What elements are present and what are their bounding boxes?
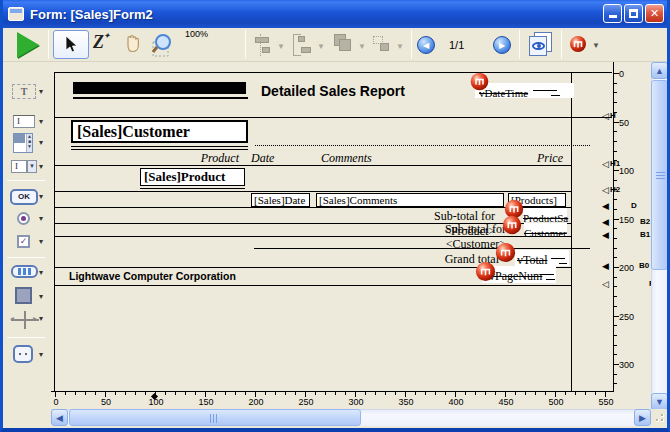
next-page-button[interactable]: ▶ (493, 36, 511, 54)
tabbar-tool[interactable] (11, 265, 38, 278)
highlight-button-tool[interactable] (13, 345, 33, 363)
column-header-date[interactable]: Date (251, 151, 274, 166)
products-field[interactable]: [Products] (508, 193, 566, 207)
radio-tool-dropdown-arrow[interactable]: ▾ (39, 214, 43, 223)
pointer-tool-button[interactable] (53, 30, 89, 59)
maximize-button[interactable] (624, 4, 643, 23)
zoom-bar-1[interactable] (185, 77, 193, 88)
vtotal-variable[interactable]: vTotal (515, 250, 569, 266)
run-form-button[interactable] (17, 32, 39, 58)
report-title[interactable]: Detailed Sales Report (261, 83, 405, 99)
footer-company-label[interactable]: Lightwave Computer Corporation (69, 270, 236, 282)
section-marker-h2[interactable]: ◁ (602, 185, 609, 195)
column-header-product[interactable]: Product (179, 151, 239, 166)
product-underline[interactable] (140, 188, 245, 189)
break1-section-line[interactable] (55, 236, 571, 237)
method-dropdown-arrow[interactable]: ▼ (592, 41, 600, 50)
section-marker-b2[interactable]: ◀ (602, 217, 609, 227)
product-field[interactable]: [Sales]Product (140, 168, 245, 186)
zoom-tool-button[interactable] (150, 33, 176, 63)
resize-grip[interactable] (651, 409, 668, 426)
text-tool-dropdown-arrow[interactable]: ▾ (39, 87, 43, 96)
scroll-down-button[interactable]: ▼ (651, 393, 668, 410)
detail-section-line[interactable] (55, 207, 571, 208)
grand-total-rule[interactable] (254, 248, 590, 249)
section-marker-label-b0[interactable]: B0 (639, 261, 649, 271)
rectangle-tool-dropdown-arrow[interactable]: ▾ (39, 292, 43, 301)
combobox-tool[interactable]: I ▼ (11, 160, 41, 174)
object-method-icon[interactable] (470, 72, 489, 91)
scroll-right-button[interactable]: ▶ (634, 409, 651, 426)
resize-tools-button[interactable]: ▼ (371, 34, 403, 56)
footer-section-line[interactable] (55, 285, 571, 286)
zoom-bar-2-selected[interactable] (196, 74, 204, 88)
section-marker-b0[interactable]: ◀ (602, 261, 609, 271)
customer-underline-2[interactable] (71, 149, 248, 150)
section-marker-label-h2[interactable]: H2 (610, 185, 620, 195)
vertical-scroll-thumb[interactable] (651, 80, 668, 270)
section-marker-b1[interactable]: ◀ (602, 230, 609, 240)
radio-tool[interactable] (17, 212, 30, 225)
checkbox-tool[interactable]: ✓ (17, 235, 30, 248)
button-tool-dropdown-arrow[interactable]: ▾ (39, 192, 43, 201)
highlight-tool-dropdown-arrow[interactable]: ▾ (39, 350, 43, 359)
button-tool[interactable]: OK (10, 189, 38, 205)
horizontal-scroll-thumb[interactable] (69, 409, 361, 426)
zoom-bars-control[interactable]: ▴ (183, 38, 243, 88)
resize-dropdown-arrow[interactable]: ▼ (396, 42, 404, 51)
hand-tool-button[interactable] (121, 32, 145, 60)
customer-field[interactable]: [Sales]Customer (71, 120, 248, 143)
object-method-icon[interactable] (495, 242, 516, 263)
tabbar-tool-dropdown-arrow[interactable]: ▾ (39, 268, 43, 277)
combobox-tool-dropdown-arrow[interactable]: ▾ (39, 162, 43, 171)
section-marker-f[interactable]: ◁ (602, 279, 609, 289)
splitter-tool[interactable]: ◂ ▸ (11, 311, 39, 329)
break0-section-line[interactable] (55, 267, 571, 268)
break-header1-line[interactable] (55, 165, 571, 166)
layers-dropdown-arrow[interactable]: ▼ (358, 42, 366, 51)
break2-section-line[interactable] (55, 223, 571, 224)
section-marker-label-h1[interactable]: H1 (610, 159, 620, 169)
section-marker-h[interactable]: ◁ (602, 111, 609, 121)
rectangle-tool[interactable] (15, 287, 32, 304)
text-tool[interactable]: T (12, 84, 36, 99)
zoom-bar-5[interactable] (229, 65, 237, 88)
distribute-dropdown-arrow[interactable]: ▼ (317, 42, 325, 51)
header-section-line[interactable] (55, 117, 612, 118)
preview-button[interactable] (526, 31, 556, 59)
product-sales-variable[interactable]: ProductSa (523, 208, 567, 222)
field-tool-dropdown-arrow[interactable]: ▾ (39, 117, 43, 126)
comments-field[interactable]: [Sales]Comments (316, 193, 504, 207)
customer-underline-1[interactable] (71, 146, 248, 147)
vdatetime-variable[interactable]: vDateTime (475, 83, 574, 98)
column-header-comments[interactable]: Comments (321, 151, 372, 166)
layer-tools-button[interactable]: ▼ (331, 33, 365, 57)
section-marker-d[interactable]: ◀ (602, 201, 609, 211)
form-right-boundary[interactable] (571, 72, 572, 392)
listbox-tool[interactable]: ▲■▼ (13, 133, 33, 153)
customer-total-variable[interactable]: Customer (524, 223, 567, 236)
distribute-tools-button[interactable]: ▼ (291, 34, 323, 56)
zigzag-tool-button[interactable]: Z✦ (93, 32, 110, 53)
align-dropdown-arrow[interactable]: ▼ (277, 42, 285, 51)
object-method-icon[interactable] (475, 261, 496, 282)
section-marker-label-d[interactable]: D (631, 201, 637, 211)
break-header2-line[interactable] (55, 191, 571, 192)
close-button[interactable]: ✕ (645, 4, 664, 23)
vpagenum-variable[interactable]: vPageNum (482, 266, 556, 283)
splitter-tool-dropdown-arrow[interactable]: ▾ (39, 314, 43, 323)
column-header-price[interactable]: Price (521, 151, 563, 166)
section-marker-label-h[interactable]: H (610, 111, 616, 121)
section-marker-h1[interactable]: ◁ (602, 159, 609, 169)
zoom-bar-4[interactable] (218, 68, 226, 88)
form-left-boundary[interactable] (54, 72, 55, 392)
titlebar[interactable]: Form: [Sales]Form2 ✕ (0, 0, 670, 28)
checkbox-tool-dropdown-arrow[interactable]: ▾ (39, 237, 43, 246)
previous-page-button[interactable]: ◀ (417, 36, 435, 54)
method-menu-button[interactable] (569, 35, 587, 57)
section-marker-label-b2[interactable]: B2 (640, 217, 650, 227)
header-thin-rule[interactable] (73, 97, 248, 99)
form-top-line[interactable] (55, 72, 612, 73)
grand-total-label[interactable]: Grand total (431, 252, 499, 267)
section-marker-label-b1[interactable]: B1 (640, 230, 650, 240)
